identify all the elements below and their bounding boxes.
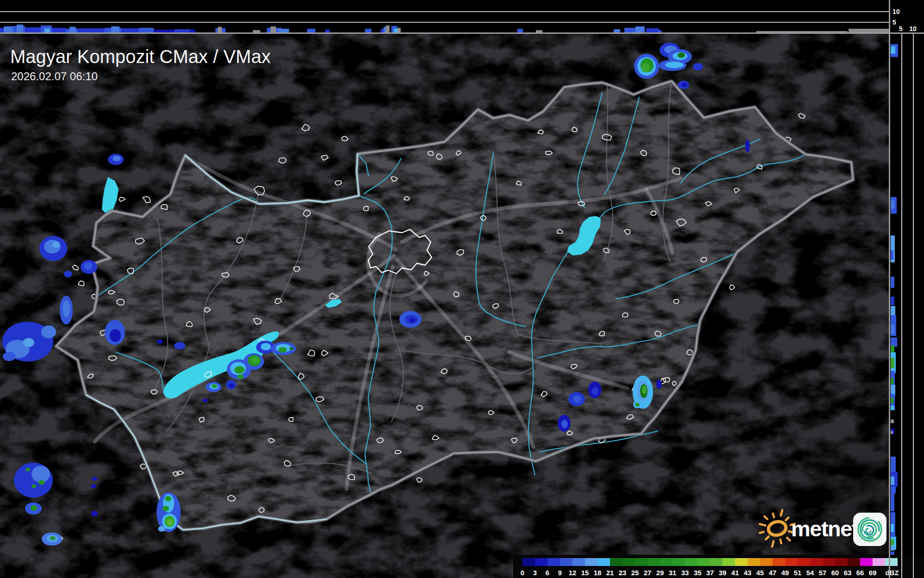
vmax-right-strip — [890, 0, 924, 578]
legend-tick-label: 33 — [681, 569, 689, 577]
top-profile-bar — [325, 30, 330, 32]
legend-swatch — [622, 558, 635, 566]
top-profile-bar — [218, 27, 222, 32]
right-profile-bar — [891, 277, 894, 288]
radar-echo — [163, 506, 169, 511]
top-profile-bar — [253, 30, 260, 32]
legend-tick-label: 31 — [669, 569, 677, 577]
legend-tick-label: 45 — [756, 569, 764, 577]
radar-echo — [50, 536, 56, 540]
top-profile-bar — [44, 28, 50, 32]
right-profile-bar — [891, 524, 894, 532]
radar-echo — [41, 325, 56, 338]
dbz-legend: 0369121518212325272931333537394143454749… — [513, 555, 924, 578]
legend-tick-label: 37 — [706, 569, 714, 577]
legend-swatch — [873, 558, 885, 566]
legend-tick-label: 57 — [819, 569, 827, 577]
legend-swatch — [635, 558, 647, 566]
top-profile-bar — [17, 25, 23, 32]
legend-tick-label: 12 — [569, 569, 577, 577]
legend-swatch — [572, 558, 585, 566]
legend-swatch — [585, 558, 597, 566]
radar-echo — [561, 420, 568, 428]
legend-tick-label: 15 — [581, 569, 589, 577]
radar-echo — [656, 380, 662, 389]
right-profile-bar — [891, 306, 895, 316]
radar-echo — [682, 83, 687, 87]
top-profile-bar — [365, 29, 371, 32]
radar-echo — [745, 140, 750, 152]
legend-swatch — [535, 558, 547, 566]
sun-ray — [760, 524, 766, 525]
legend-swatch — [710, 558, 723, 566]
top-profile-bar — [25, 27, 42, 32]
legend-swatch — [810, 558, 823, 566]
right-profile-bar — [891, 378, 893, 384]
right-profile-bar — [891, 476, 894, 485]
legend-tick-label: 41 — [731, 569, 739, 577]
legend-tick-label: 29 — [656, 569, 664, 577]
top-profile-bar — [849, 29, 889, 32]
top-profile-bar — [139, 28, 154, 32]
radar-echo — [261, 343, 271, 350]
top-profile-bar — [635, 26, 645, 32]
legend-swatch — [522, 558, 535, 566]
top-profile-bar — [397, 28, 401, 32]
radar-app-window: Magyar Kompozit CMax / VMax 2026.02.07 0… — [0, 0, 924, 578]
sun-ray — [781, 510, 782, 516]
radar-echo — [91, 511, 98, 516]
legend-swatch — [735, 558, 748, 566]
radar-echo — [289, 347, 293, 350]
radar-echo — [31, 484, 36, 488]
legend-tick-label: 43 — [744, 569, 752, 577]
radar-echo — [409, 318, 415, 323]
sun-ray — [772, 541, 773, 547]
legend-swatch — [785, 558, 798, 566]
sun-ray — [773, 514, 774, 517]
top-axis-5km-label: 5 — [893, 19, 896, 26]
sun-ray — [760, 532, 764, 533]
radar-echo — [229, 383, 234, 388]
legend-swatch — [685, 558, 698, 566]
radar-echo — [157, 339, 163, 344]
logo-wordmark: metnet — [791, 516, 859, 541]
legend-swatch — [773, 558, 785, 566]
top-profile-bar — [69, 27, 76, 32]
top-profile-bar — [536, 30, 542, 32]
legend-tick-label: 60 — [831, 569, 839, 577]
radar-echo — [642, 386, 647, 394]
radar-echo — [234, 366, 245, 374]
radar-echo — [52, 241, 60, 248]
legend-tick-label: 27 — [644, 569, 652, 577]
legend-swatch — [660, 558, 673, 566]
legend-swatch — [698, 558, 710, 566]
legend-tick-label: 23 — [619, 569, 627, 577]
legend-tick-label: 21 — [606, 569, 614, 577]
right-profile-bar — [891, 494, 894, 511]
legend-swatch — [835, 558, 848, 566]
top-profile-bar — [154, 30, 174, 32]
legend-tick-label: 47 — [769, 569, 777, 577]
right-profile-bar — [891, 431, 893, 434]
radar-echo — [92, 477, 97, 481]
top-profile-bar — [646, 28, 659, 32]
right-axis-10km-label: 10 — [909, 25, 917, 32]
radar-echo — [167, 519, 173, 526]
legend-tick-label: 6 — [546, 569, 549, 577]
radar-echo — [91, 484, 96, 488]
radar-echo — [64, 271, 72, 277]
top-profile-bar — [278, 29, 289, 32]
right-axis-5km-label: 5 — [899, 25, 903, 32]
top-profile-bar — [78, 28, 105, 32]
radar-echo — [110, 329, 121, 342]
metnet-app-icon — [853, 513, 886, 546]
radar-echo — [25, 468, 30, 471]
top-profile-bar — [52, 28, 66, 32]
top-axis-10km-label: 10 — [893, 8, 900, 15]
legend-swatch — [547, 558, 560, 566]
radar-echo — [203, 399, 207, 402]
legend-swatch — [798, 558, 810, 566]
legend-swatch — [760, 558, 773, 566]
radar-echo — [693, 63, 703, 70]
vmax-top-strip — [0, 0, 889, 33]
